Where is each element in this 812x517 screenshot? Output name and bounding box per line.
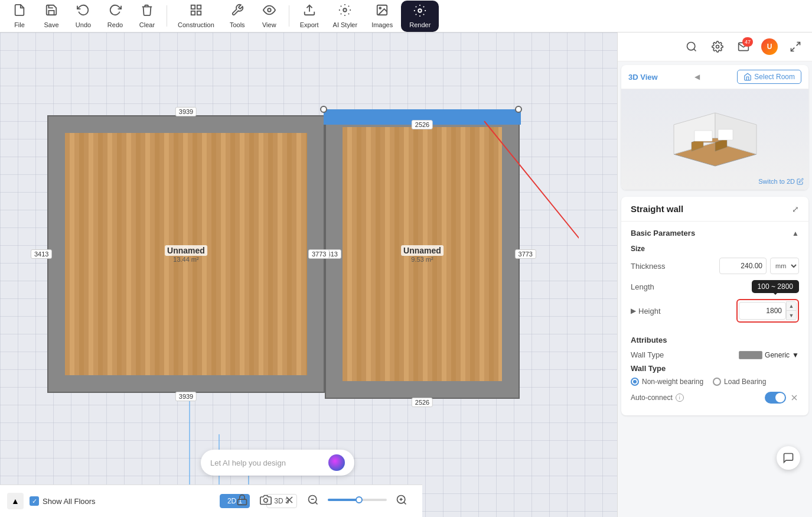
tools-icon [231, 4, 244, 19]
toolbar: File Save Undo Redo Clear [0, 0, 812, 32]
chat-widget[interactable] [777, 446, 800, 470]
toolbar-clear[interactable]: Clear [132, 1, 162, 31]
toolbar-tools[interactable]: Tools [223, 1, 252, 31]
mail-panel-icon[interactable]: 47 [734, 37, 753, 56]
wall-type-swatch [739, 351, 762, 359]
toolbar-file[interactable]: File [5, 1, 34, 31]
toolbar-construction[interactable]: Construction [172, 1, 220, 31]
ai-help-bar[interactable]: Let AI help you design [201, 450, 354, 476]
redo-label: Redo [107, 21, 123, 28]
autoconnect-label: Auto-connect [631, 394, 673, 402]
expand-height-icon[interactable]: ▶ [631, 307, 636, 315]
canvas-area[interactable]: 3939 3939 3413 3413 Unnamed 13.44 m² [0, 32, 617, 517]
height-up-button[interactable]: ▲ [787, 302, 796, 311]
toolbar-undo[interactable]: Undo [69, 1, 98, 31]
room-left[interactable]: 3939 3939 3413 3413 Unnamed 13.44 m² [47, 115, 325, 393]
wall-panel-header: Straight wall ⤢ [621, 197, 808, 222]
dim-left-right: 3773 [308, 249, 330, 259]
bottom-tools [233, 491, 410, 509]
basic-params-title: Basic Parameters [631, 229, 695, 238]
show-all-checkbox[interactable]: ✓ [30, 496, 39, 506]
svg-point-4 [268, 8, 271, 12]
show-all-floors-toggle[interactable]: ✓ Show All Floors [30, 496, 96, 506]
svg-line-27 [791, 48, 795, 51]
autoconnect-close-icon[interactable] [790, 393, 799, 402]
main-content: 3939 3939 3413 3413 Unnamed 13.44 m² [0, 32, 812, 517]
size-label: Size [631, 245, 799, 253]
select-room-button[interactable]: Select Room [737, 70, 801, 84]
autoconnect-info-icon[interactable]: i [676, 394, 684, 402]
lock-icon[interactable] [233, 491, 251, 509]
attributes-title: Attributes [631, 336, 799, 344]
svg-rect-3 [197, 11, 201, 15]
dim-top-left: 3939 [175, 107, 197, 116]
wall-type-select[interactable]: Generic ▼ [739, 351, 799, 359]
length-tooltip: 100 ~ 2800 [752, 280, 799, 293]
wall-endpoint-right[interactable] [515, 106, 522, 113]
render-button[interactable]: Render [401, 1, 439, 32]
height-input[interactable] [739, 302, 786, 320]
fullscreen-icon[interactable] [786, 37, 805, 56]
zoom-in-button[interactable] [393, 491, 410, 509]
load-bearing-option[interactable]: Load Bearing [713, 378, 766, 386]
toolbar-save[interactable]: Save [37, 1, 66, 31]
height-spinner: ▲ ▼ [786, 301, 797, 320]
toolbar-view[interactable]: View [255, 1, 284, 31]
non-weight-bearing-option[interactable]: Non-weight bearing [631, 378, 703, 386]
svg-rect-1 [197, 5, 201, 9]
dim-bottom-left: 3939 [175, 392, 197, 401]
camera-icon[interactable] [257, 491, 275, 509]
toolbar-images[interactable]: Images [366, 1, 399, 31]
search-panel-icon[interactable] [682, 37, 701, 56]
zoom-slider[interactable] [328, 499, 387, 501]
wall-type-attr-label: Wall Type [631, 350, 664, 359]
non-weight-radio[interactable] [631, 378, 639, 386]
dim-right-right: 3773 [515, 249, 536, 259]
non-weight-label: Non-weight bearing [642, 378, 703, 386]
room-right[interactable]: 2526 2526 3773 3773 Unnamed 9.53 m² [325, 109, 520, 399]
wall-endpoint-left[interactable] [320, 106, 327, 113]
images-label: Images [371, 21, 393, 28]
expand-panel-icon[interactable]: ⤢ [792, 204, 799, 214]
toolbar-ai-styler[interactable]: AI Styler [327, 1, 364, 31]
collapse-button[interactable]: ▲ [7, 493, 24, 509]
thickness-input[interactable] [719, 258, 767, 274]
height-down-button[interactable]: ▼ [787, 311, 796, 320]
load-bearing-radio[interactable] [713, 378, 721, 386]
height-row: ▶ Height ▲ ▼ [631, 299, 799, 323]
render-label: Render [409, 21, 431, 28]
thickness-row: Thickness mm cm m [631, 258, 799, 274]
toolbar-redo[interactable]: Redo [100, 1, 130, 31]
wall-type-attr-row: Wall Type Generic ▼ [631, 350, 799, 359]
svg-rect-34 [694, 131, 712, 141]
wall-type-bearing-section: Wall Type Non-weight bearing Load Bearin… [631, 364, 799, 386]
radio-row: Non-weight bearing Load Bearing [631, 378, 799, 386]
redo-icon [109, 4, 122, 19]
svg-line-20 [404, 502, 406, 505]
svg-line-26 [797, 43, 800, 46]
autoconnect-toggle[interactable] [765, 392, 786, 404]
ai-styler-icon [338, 4, 351, 19]
file-icon [13, 4, 26, 19]
settings-panel-icon[interactable] [708, 37, 727, 56]
3d-view-tab[interactable]: 3D View [628, 73, 658, 82]
svg-point-9 [419, 9, 422, 12]
wall-type-chevron-icon: ▼ [792, 351, 799, 359]
dim-left-left: 3413 [31, 249, 52, 259]
switch-2d-button[interactable]: Switch to 2D [758, 178, 804, 185]
close-icon[interactable] [281, 491, 298, 509]
toolbar-export[interactable]: Export [294, 1, 325, 31]
load-bearing-label: Load Bearing [724, 378, 766, 386]
svg-point-6 [344, 8, 347, 12]
thickness-input-group: mm cm m [719, 258, 799, 274]
collapse-section-icon[interactable]: ▲ [792, 229, 799, 238]
thickness-unit-select[interactable]: mm cm m [770, 258, 799, 274]
svg-rect-2 [191, 11, 195, 15]
avatar-icon[interactable]: U [760, 37, 779, 56]
attributes-section: Attributes Wall Type Generic ▼ Wall Type [621, 336, 808, 415]
svg-rect-12 [238, 499, 247, 505]
autoconnect-label-group: Auto-connect i [631, 394, 684, 402]
view-section: 3D View ◀ Select Room [621, 65, 808, 190]
svg-point-23 [687, 43, 695, 50]
zoom-out-button[interactable] [304, 491, 322, 509]
